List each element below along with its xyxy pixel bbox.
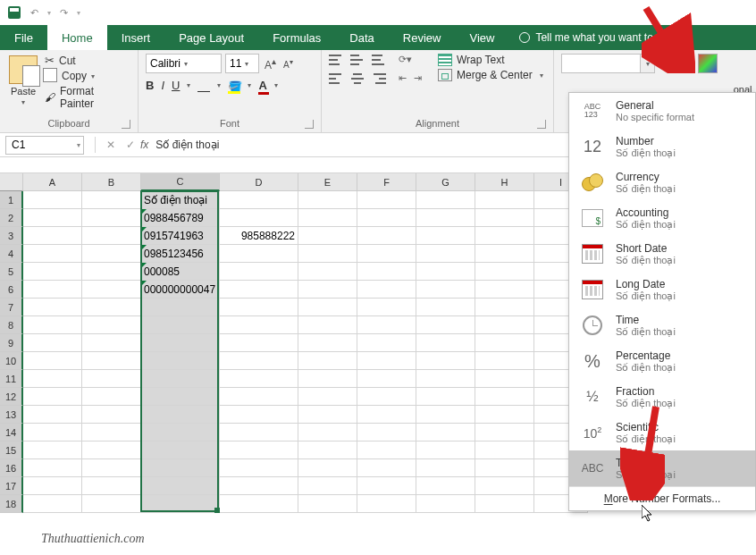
tab-formulas[interactable]: Formulas bbox=[258, 25, 335, 50]
number-format-option-scientific[interactable]: 102ScientificSố điện thoại bbox=[569, 415, 755, 450]
merge-center-button[interactable]: Merge & Center▾ bbox=[438, 69, 543, 81]
cell[interactable] bbox=[220, 388, 298, 406]
row-header[interactable]: 3 bbox=[0, 227, 23, 245]
cell[interactable] bbox=[416, 495, 475, 513]
cell[interactable] bbox=[475, 441, 534, 459]
tab-insert[interactable]: Insert bbox=[107, 25, 165, 50]
cell[interactable]: 985888222 bbox=[220, 227, 298, 245]
decrease-indent-button[interactable]: ⇤ bbox=[399, 72, 407, 84]
number-format-option-long-date[interactable]: Long DateSố điện thoại bbox=[569, 272, 755, 307]
column-header[interactable]: H bbox=[475, 173, 534, 191]
row-header[interactable]: 14 bbox=[0, 424, 23, 441]
cell[interactable] bbox=[220, 209, 298, 227]
select-all-corner[interactable] bbox=[0, 173, 23, 191]
enter-formula-button[interactable]: ✓ bbox=[121, 139, 140, 151]
number-format-option-number[interactable]: 12NumberSố điện thoại bbox=[569, 129, 755, 164]
tell-me-search[interactable]: Tell me what you want to do bbox=[519, 25, 668, 50]
cell[interactable] bbox=[82, 388, 141, 406]
cell[interactable] bbox=[23, 459, 82, 477]
cell[interactable] bbox=[23, 209, 82, 227]
increase-indent-button[interactable]: ⇥ bbox=[414, 72, 422, 84]
chevron-down-icon[interactable]: ▾ bbox=[640, 55, 654, 72]
cell[interactable] bbox=[298, 388, 357, 406]
cell[interactable] bbox=[298, 334, 357, 352]
cell[interactable] bbox=[357, 441, 416, 459]
cell[interactable] bbox=[357, 245, 416, 263]
row-header[interactable]: 4 bbox=[0, 245, 23, 263]
row-header[interactable]: 8 bbox=[0, 316, 23, 334]
cell[interactable] bbox=[416, 352, 475, 370]
number-format-option-text[interactable]: ABCTextSố điện thoại bbox=[569, 450, 755, 486]
cell[interactable] bbox=[475, 245, 534, 263]
cell[interactable] bbox=[475, 352, 534, 370]
dialog-launcher-icon[interactable] bbox=[537, 120, 546, 129]
align-center-button[interactable] bbox=[350, 73, 365, 84]
dialog-launcher-icon[interactable] bbox=[122, 120, 130, 129]
row-header[interactable]: 2 bbox=[0, 209, 23, 227]
cell[interactable] bbox=[357, 316, 416, 334]
cell[interactable] bbox=[82, 441, 141, 459]
column-header[interactable]: D bbox=[220, 173, 298, 191]
cell[interactable] bbox=[141, 352, 220, 370]
cell[interactable] bbox=[141, 316, 220, 334]
cell[interactable]: Số điện thoại bbox=[141, 191, 220, 209]
tab-review[interactable]: Review bbox=[389, 25, 456, 50]
cell[interactable]: 000000000047 bbox=[141, 281, 220, 299]
row-header[interactable]: 7 bbox=[0, 299, 23, 316]
cell[interactable] bbox=[23, 406, 82, 424]
cell[interactable] bbox=[220, 334, 298, 352]
cell[interactable] bbox=[82, 227, 141, 245]
cancel-formula-button[interactable]: ✕ bbox=[101, 139, 121, 151]
number-format-combo[interactable]: ▾ bbox=[561, 54, 655, 73]
cell[interactable] bbox=[475, 424, 534, 441]
copy-button[interactable]: Copy▾ bbox=[45, 70, 130, 82]
number-format-option-currency[interactable]: CurrencySố điện thoại bbox=[569, 164, 755, 200]
tab-file[interactable]: File bbox=[0, 25, 47, 50]
tab-page-layout[interactable]: Page Layout bbox=[164, 25, 258, 50]
underline-button[interactable]: U bbox=[172, 79, 180, 92]
cell[interactable] bbox=[357, 370, 416, 388]
row-header[interactable]: 10 bbox=[0, 352, 23, 370]
cell[interactable] bbox=[416, 406, 475, 424]
align-left-button[interactable] bbox=[329, 73, 343, 84]
cell[interactable] bbox=[23, 334, 82, 352]
cell[interactable] bbox=[220, 406, 298, 424]
cell[interactable] bbox=[357, 299, 416, 316]
cell[interactable] bbox=[82, 406, 141, 424]
row-header[interactable]: 16 bbox=[0, 459, 23, 477]
cell[interactable] bbox=[298, 316, 357, 334]
paste-button[interactable]: Paste ▾ bbox=[7, 54, 39, 118]
name-box[interactable]: C1▾ bbox=[5, 136, 84, 155]
bold-button[interactable]: B bbox=[146, 79, 154, 92]
cell[interactable] bbox=[416, 191, 475, 209]
cell[interactable] bbox=[357, 281, 416, 299]
cell[interactable] bbox=[298, 263, 357, 281]
cell[interactable] bbox=[357, 495, 416, 513]
cell[interactable] bbox=[141, 334, 220, 352]
number-format-option-short-date[interactable]: Short DateSố điện thoại bbox=[569, 236, 755, 272]
cell[interactable] bbox=[298, 245, 357, 263]
redo-button[interactable]: ↷ bbox=[60, 7, 68, 19]
cell[interactable] bbox=[141, 441, 220, 459]
cell[interactable] bbox=[23, 388, 82, 406]
cell[interactable] bbox=[298, 406, 357, 424]
cell[interactable] bbox=[416, 441, 475, 459]
cell[interactable] bbox=[141, 388, 220, 406]
cell[interactable] bbox=[416, 209, 475, 227]
cell[interactable] bbox=[220, 263, 298, 281]
cell[interactable]: 0988456789 bbox=[141, 209, 220, 227]
cell[interactable] bbox=[23, 477, 82, 495]
cell[interactable] bbox=[220, 477, 298, 495]
row-header[interactable]: 9 bbox=[0, 334, 23, 352]
cell[interactable] bbox=[416, 388, 475, 406]
cell[interactable] bbox=[141, 459, 220, 477]
cell[interactable] bbox=[298, 370, 357, 388]
cell[interactable] bbox=[475, 316, 534, 334]
row-header[interactable]: 11 bbox=[0, 370, 23, 388]
cell[interactable] bbox=[475, 459, 534, 477]
cell[interactable] bbox=[23, 191, 82, 209]
cell[interactable] bbox=[220, 495, 298, 513]
row-header[interactable]: 6 bbox=[0, 281, 23, 299]
cell[interactable] bbox=[23, 281, 82, 299]
cell[interactable] bbox=[298, 191, 357, 209]
